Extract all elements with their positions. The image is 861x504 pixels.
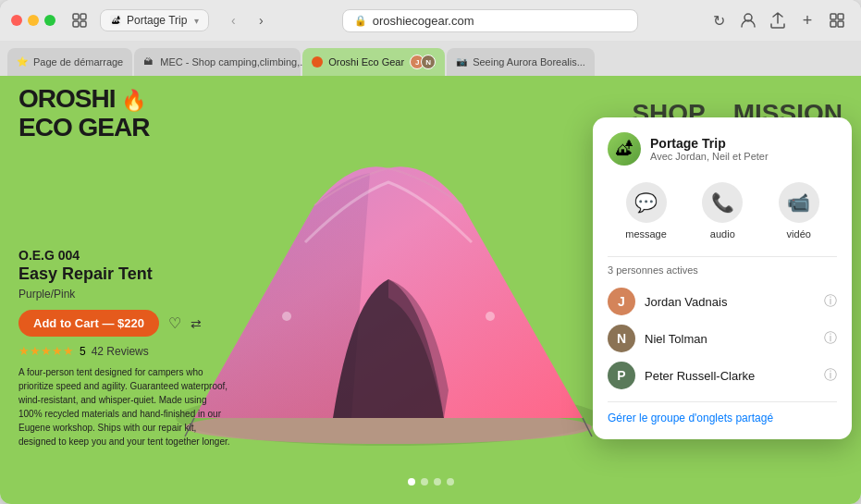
active-tab-title[interactable]: 🏕 Portage Trip ▾	[100, 9, 209, 31]
popup-group-icon: 🏕	[608, 132, 641, 166]
video-action-circle: 📹	[779, 182, 819, 223]
tab-home-label: Page de démarrage	[33, 56, 123, 68]
video-label: vidéo	[787, 228, 811, 240]
carousel-dots	[408, 478, 454, 486]
svg-rect-1	[80, 14, 86, 19]
nav-buttons: ‹ ›	[220, 7, 274, 33]
reload-icon: ↻	[713, 12, 725, 30]
tab-avatars: J N	[413, 55, 436, 69]
dot-1[interactable]	[408, 478, 415, 486]
svg-rect-5	[830, 14, 836, 19]
share-icon	[770, 12, 785, 29]
address-bar-container: 🔒 oroshiecogear.com	[281, 9, 698, 32]
popup-group-info: Portage Trip Avec Jordan, Neil et Peter	[650, 136, 769, 162]
info-icon-niel[interactable]: ⓘ	[824, 330, 837, 347]
tab-mec[interactable]: 🏔 MEC - Shop camping,climbing,...	[134, 48, 301, 76]
tab-icon-button[interactable]	[67, 7, 92, 33]
browser-frame: 🏕 Portage Trip ▾ ‹ › 🔒 oroshiecogear.com…	[0, 0, 861, 504]
tab-favicon: 🏕	[110, 15, 121, 26]
address-bar[interactable]: 🔒 oroshiecogear.com	[342, 9, 638, 32]
wishlist-icon[interactable]: ♡	[168, 314, 181, 332]
product-description: A four-person tent designed for campers …	[18, 365, 231, 449]
svg-point-13	[282, 312, 291, 321]
title-bar: 🏕 Portage Trip ▾ ‹ › 🔒 oroshiecogear.com…	[0, 0, 861, 41]
url-text: oroshiecogear.com	[373, 14, 474, 28]
tab-aurora-favicon: 📷	[456, 56, 467, 68]
popup-panel: 🏕 Portage Trip Avec Jordan, Neil et Pete…	[593, 117, 852, 439]
info-icon-jordan[interactable]: ⓘ	[824, 293, 837, 310]
review-count: 42 Reviews	[92, 345, 149, 358]
logo-line1: OROSHI 🔥	[18, 85, 632, 114]
dot-3[interactable]	[434, 478, 441, 486]
minimize-button[interactable]	[28, 15, 39, 26]
product-name: Easy Repair Tent	[18, 264, 259, 284]
tab-aurora[interactable]: 📷 Seeing Aurora Borealis...	[447, 48, 595, 76]
logo-icon: 🔥	[121, 89, 145, 112]
product-variant: Purple/Pink	[18, 288, 259, 301]
popup-person-peter: P Peter Russell-Clarke ⓘ	[608, 357, 837, 394]
new-tab-button[interactable]: +	[794, 7, 820, 33]
share-product-icon[interactable]: ⇄	[191, 316, 202, 331]
popup-divider-2	[608, 401, 837, 402]
popup-video-button[interactable]: 📹 vidéo	[779, 182, 819, 240]
info-icon-peter[interactable]: ⓘ	[824, 367, 837, 384]
popup-header: 🏕 Portage Trip Avec Jordan, Neil et Pete…	[608, 132, 837, 166]
close-button[interactable]	[11, 15, 22, 26]
tab-overview-button[interactable]	[824, 7, 850, 33]
tab-home[interactable]: ⭐ Page de démarrage	[7, 48, 132, 76]
popup-audio-button[interactable]: 📞 audio	[702, 182, 743, 240]
svg-rect-6	[838, 14, 843, 19]
svg-rect-8	[838, 21, 843, 27]
tab-bar: ⭐ Page de démarrage 🏔 MEC - Shop camping…	[0, 41, 861, 76]
tab-aurora-label: Seeing Aurora Borealis...	[473, 56, 585, 68]
maximize-button[interactable]	[44, 15, 55, 26]
tab-oroshi-favicon	[312, 56, 323, 68]
product-actions: Add to Cart — $220 ♡ ⇄	[18, 310, 259, 337]
video-icon: 📹	[787, 191, 810, 214]
svg-rect-7	[830, 21, 836, 27]
popup-group-subtitle: Avec Jordan, Neil et Peter	[650, 151, 769, 162]
tab-overview-icon	[830, 13, 844, 28]
tab-mec-favicon: 🏔	[143, 56, 154, 68]
plus-icon: +	[803, 11, 813, 31]
share-button[interactable]	[765, 7, 791, 33]
lock-icon: 🔒	[354, 15, 367, 27]
tab-squares-icon	[72, 13, 87, 28]
reload-button[interactable]: ↻	[706, 7, 732, 33]
popup-actions: 💬 message 📞 audio 📹 vidéo	[608, 178, 837, 243]
popup-group-name: Portage Trip	[650, 136, 769, 151]
svg-rect-3	[80, 21, 86, 27]
tab-title-text: Portage Trip	[127, 14, 187, 27]
logo-line2: ECO GEAR	[18, 114, 632, 142]
svg-rect-2	[73, 21, 79, 27]
svg-point-14	[486, 312, 495, 321]
tab-avatar-niel: N	[421, 55, 436, 69]
phone-icon: 📞	[711, 191, 734, 214]
rating-value: 5	[80, 345, 86, 358]
name-niel: Niel Tolman	[645, 332, 815, 346]
popup-active-count: 3 personnes actives	[608, 264, 837, 276]
product-id: O.E.G 004	[18, 248, 259, 263]
message-icon: 💬	[634, 191, 658, 214]
dot-4[interactable]	[447, 478, 454, 486]
user-button[interactable]	[735, 7, 761, 33]
manage-group-link[interactable]: Gérer le groupe d'onglets partagé	[608, 412, 837, 424]
svg-rect-0	[73, 14, 79, 19]
tab-oroshi-label: Oroshi Eco Gear	[328, 56, 404, 68]
back-button[interactable]: ‹	[220, 7, 246, 33]
site-logo: OROSHI 🔥 ECO GEAR	[18, 85, 632, 142]
rating-row: ★★★★★ 5 42 Reviews	[18, 344, 259, 358]
popup-message-button[interactable]: 💬 message	[625, 182, 667, 240]
website-content: OROSHI 🔥 ECO GEAR SHOP MISSION REPAIR CO…	[0, 76, 861, 504]
add-to-cart-button[interactable]: Add to Cart — $220	[18, 310, 159, 337]
popup-divider-1	[608, 256, 837, 257]
name-peter: Peter Russell-Clarke	[645, 369, 815, 383]
tab-oroshi[interactable]: Oroshi Eco Gear J N	[302, 48, 445, 76]
avatar-niel: N	[608, 325, 635, 352]
product-section: O.E.G 004 Easy Repair Tent Purple/Pink A…	[18, 248, 259, 449]
dot-2[interactable]	[421, 478, 428, 486]
forward-button[interactable]: ›	[248, 7, 274, 33]
audio-label: audio	[710, 228, 735, 240]
tab-dropdown-arrow[interactable]: ▾	[194, 16, 199, 26]
toolbar-right: ↻ +	[706, 7, 850, 33]
